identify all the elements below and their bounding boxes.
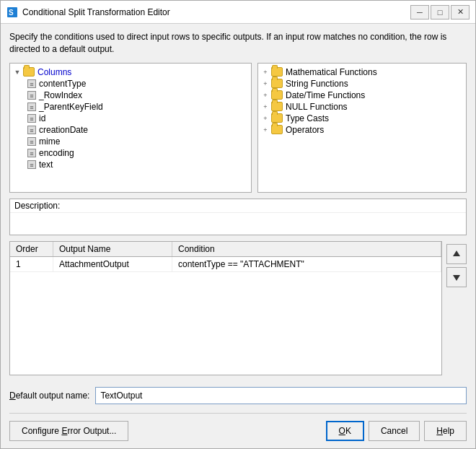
- app-icon: S: [6, 6, 18, 18]
- folder-icon: [271, 113, 283, 123]
- expand-icon: +: [261, 103, 270, 111]
- expand-icon: ▼: [13, 68, 22, 77]
- list-item[interactable]: ≡ id: [10, 113, 251, 124]
- move-down-button[interactable]: [446, 267, 467, 287]
- move-up-button[interactable]: [446, 244, 467, 264]
- col-output: Output Name: [53, 242, 172, 256]
- item-label: String Functions: [286, 79, 348, 89]
- list-item[interactable]: + String Functions: [258, 78, 466, 90]
- list-item[interactable]: ≡ text: [10, 159, 251, 170]
- table-header: Order Output Name Condition: [10, 242, 441, 257]
- table-row[interactable]: 1 AttachmentOutput contentType == "ATTAC…: [10, 257, 441, 272]
- field-icon: ≡: [27, 114, 36, 123]
- item-label: encoding: [39, 148, 74, 158]
- description-text: Specify the conditions used to direct in…: [9, 31, 467, 56]
- ok-button[interactable]: OK: [326, 421, 364, 441]
- ok-label: OK: [339, 426, 351, 436]
- list-item[interactable]: ≡ mime: [10, 136, 251, 147]
- close-button[interactable]: ✕: [451, 5, 470, 19]
- root-label: Columns: [38, 67, 71, 77]
- main-window: S Conditional Split Transformation Edito…: [0, 0, 476, 449]
- list-item[interactable]: ≡ _RowIndex: [10, 90, 251, 101]
- item-label: id: [39, 113, 45, 123]
- list-item[interactable]: + Mathematical Functions: [258, 66, 466, 78]
- col-order: Order: [10, 242, 53, 256]
- title-bar: S Conditional Split Transformation Edito…: [1, 1, 475, 24]
- item-label: creationDate: [39, 125, 88, 135]
- list-item[interactable]: ≡ _ParentKeyField: [10, 101, 251, 113]
- field-icon: ≡: [27, 137, 36, 146]
- down-arrow-icon: [452, 273, 461, 282]
- item-label: Date/Time Functions: [286, 90, 365, 100]
- expand-icon: +: [261, 91, 270, 100]
- list-item[interactable]: ≡ encoding: [10, 147, 251, 159]
- left-tree-scroll[interactable]: ▼ Columns ≡ contentType ≡ _RowIndex ≡: [10, 64, 251, 192]
- folder-icon: [271, 67, 283, 77]
- description-content: [10, 213, 466, 235]
- folder-icon: [271, 125, 283, 134]
- right-tree-scroll[interactable]: + Mathematical Functions + String Functi…: [258, 64, 466, 192]
- description-panel: Description:: [9, 199, 467, 235]
- default-output-row: Default output name:: [9, 387, 467, 404]
- col-condition: Condition: [172, 242, 441, 256]
- right-tree-panel: + Mathematical Functions + String Functi…: [257, 63, 467, 193]
- list-item[interactable]: + NULL Functions: [258, 101, 466, 113]
- title-buttons: ─ □ ✕: [410, 5, 470, 19]
- svg-marker-2: [453, 250, 460, 256]
- default-output-input[interactable]: [95, 387, 467, 404]
- conditions-table: Order Output Name Condition 1 Attachment…: [9, 241, 442, 375]
- table-body[interactable]: 1 AttachmentOutput contentType == "ATTAC…: [10, 257, 441, 375]
- bottom-right-buttons: OK Cancel Help: [326, 421, 467, 441]
- svg-text:S: S: [9, 9, 14, 17]
- help-button[interactable]: Help: [424, 421, 467, 441]
- tree-root-columns[interactable]: ▼ Columns: [10, 66, 251, 78]
- item-label: Mathematical Functions: [286, 67, 377, 77]
- table-section: Order Output Name Condition 1 Attachment…: [9, 241, 467, 381]
- expand-icon: +: [261, 126, 270, 134]
- item-label: mime: [39, 136, 60, 147]
- cancel-button[interactable]: Cancel: [369, 421, 420, 441]
- list-item[interactable]: + Type Casts: [258, 113, 466, 124]
- bottom-left-buttons: Configure Error Output...: [9, 421, 128, 441]
- bottom-buttons: Configure Error Output... OK Cancel Help: [9, 413, 467, 441]
- expand-icon: +: [261, 114, 270, 123]
- item-label: contentType: [39, 79, 86, 89]
- list-item[interactable]: + Operators: [258, 124, 466, 136]
- list-item[interactable]: ≡ contentType: [10, 78, 251, 90]
- folder-icon: [271, 90, 283, 100]
- configure-error-button[interactable]: Configure Error Output...: [9, 421, 128, 441]
- left-tree-panel: ▼ Columns ≡ contentType ≡ _RowIndex ≡: [9, 63, 252, 193]
- window-title: Conditional Split Transformation Editor: [22, 7, 170, 17]
- expand-icon: +: [261, 79, 270, 88]
- folder-icon: [23, 67, 35, 77]
- field-icon: ≡: [27, 160, 36, 169]
- content-area: Specify the conditions used to direct in…: [1, 24, 475, 448]
- side-buttons: [446, 241, 467, 381]
- default-output-label: Default output name:: [9, 391, 89, 401]
- item-label: _ParentKeyField: [39, 102, 103, 112]
- list-item[interactable]: + Date/Time Functions: [258, 90, 466, 101]
- field-icon: ≡: [27, 103, 36, 111]
- configure-error-label: Configure Error Output...: [22, 426, 116, 436]
- item-label: _RowIndex: [39, 90, 82, 100]
- cell-condition: contentType == "ATTACHMENT": [172, 257, 441, 271]
- item-label: Type Casts: [286, 113, 329, 123]
- field-icon: ≡: [27, 79, 36, 88]
- cell-output: AttachmentOutput: [53, 257, 172, 271]
- folder-icon: [271, 102, 283, 111]
- help-label: Help: [436, 426, 454, 436]
- field-icon: ≡: [27, 149, 36, 157]
- field-icon: ≡: [27, 126, 36, 134]
- up-arrow-icon: [452, 250, 461, 258]
- description-label: Description:: [10, 199, 466, 213]
- maximize-button[interactable]: □: [431, 5, 449, 19]
- item-label: Operators: [286, 125, 324, 135]
- item-label: text: [39, 160, 53, 170]
- expand-icon: +: [261, 68, 270, 77]
- folder-icon: [271, 79, 283, 88]
- cancel-label: Cancel: [381, 426, 407, 436]
- top-panels: ▼ Columns ≡ contentType ≡ _RowIndex ≡: [9, 63, 467, 193]
- item-label: NULL Functions: [286, 102, 348, 112]
- minimize-button[interactable]: ─: [410, 5, 429, 19]
- list-item[interactable]: ≡ creationDate: [10, 124, 251, 136]
